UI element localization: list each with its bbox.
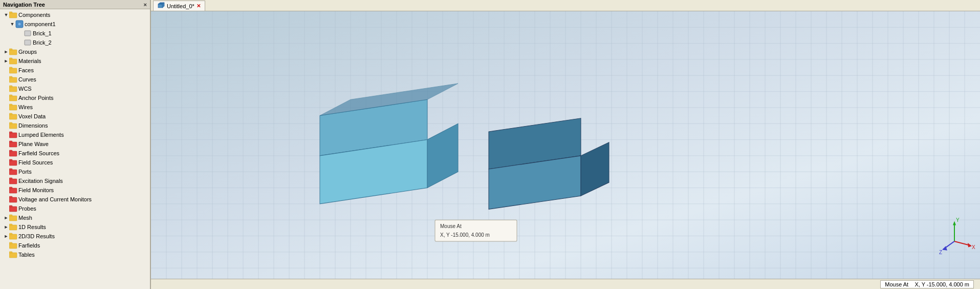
tree-item-farfields[interactable]: Farfields	[0, 241, 150, 250]
svg-rect-50	[9, 253, 17, 258]
red-folder-icon-planewave	[9, 140, 17, 148]
tree-item-mesh[interactable]: ► Mesh	[0, 213, 150, 222]
tree-item-field-monitors[interactable]: Field Monitors	[0, 185, 150, 195]
expand-icon-materials[interactable]: ►	[3, 58, 9, 64]
tree-item-component1[interactable]: ▼ component1	[0, 19, 150, 29]
label-field-monitors: Field Monitors	[18, 187, 54, 193]
main-layout: Navigation Tree × ▼ Components ▼ compon	[0, 0, 980, 289]
svg-rect-12	[9, 77, 17, 82]
viewport-3d[interactable]: Mouse At X, Y -15.000, 4.000 m Y X Z	[151, 11, 980, 279]
svg-rect-20	[9, 114, 17, 119]
svg-rect-28	[9, 151, 17, 156]
svg-rect-52	[158, 4, 163, 8]
tree-item-field-sources[interactable]: Field Sources	[0, 158, 150, 167]
tree-item-voxel[interactable]: Voxel Data	[0, 112, 150, 121]
label-brick1: Brick_1	[33, 30, 52, 36]
tree-item-wcs[interactable]: WCS	[0, 84, 150, 93]
tree-item-materials[interactable]: ► Materials	[0, 56, 150, 66]
tree-item-brick1[interactable]: Brick_1	[0, 29, 150, 38]
tree-item-results1d[interactable]: ► 1D Results	[0, 222, 150, 232]
label-lumped: Lumped Elements	[18, 132, 64, 138]
label-farfield-sources: Farfield Sources	[18, 150, 59, 156]
expand-icon-groups[interactable]: ►	[3, 49, 9, 55]
expand-icon-components[interactable]: ▼	[3, 12, 9, 18]
tree-item-anchor-points[interactable]: Anchor Points	[0, 93, 150, 102]
status-bar: Mouse At X, Y -15.000, 4.000 m	[151, 279, 980, 289]
svg-rect-44	[9, 225, 17, 230]
svg-rect-27	[9, 141, 12, 142]
tree-item-voltage-monitors[interactable]: Voltage and Current Monitors	[0, 195, 150, 204]
spacer-wcs	[3, 86, 9, 92]
svg-rect-10	[9, 68, 17, 73]
tree-item-probes[interactable]: Probes	[0, 204, 150, 213]
svg-rect-36	[9, 188, 17, 193]
svg-text:X: X	[972, 244, 975, 250]
folder-icon-tables	[9, 251, 17, 259]
spacer-faces	[3, 67, 9, 73]
tab-label: Untitled_0*	[167, 3, 194, 9]
svg-rect-23	[9, 122, 12, 124]
label-ports: Ports	[18, 169, 32, 175]
svg-rect-39	[9, 196, 12, 198]
viewport: Untitled_0* ✕	[151, 0, 980, 289]
tree-item-groups[interactable]: ► Groups	[0, 47, 150, 56]
label-mesh: Mesh	[18, 215, 32, 221]
tree-item-tables[interactable]: Tables	[0, 250, 150, 259]
brick-icon-2	[24, 38, 32, 47]
svg-rect-49	[9, 242, 12, 244]
tree-item-ports[interactable]: Ports	[0, 167, 150, 176]
tab-close-button[interactable]: ✕	[197, 3, 201, 9]
mouse-at-label: Mouse At	[885, 281, 908, 287]
nav-panel-close[interactable]: ×	[144, 2, 147, 8]
tab-untitled[interactable]: Untitled_0* ✕	[153, 1, 205, 11]
spacer-farfield-sources	[3, 150, 9, 156]
label-dimensions: Dimensions	[18, 122, 48, 129]
spacer-farfields	[3, 242, 9, 249]
tree-item-lumped[interactable]: Lumped Elements	[0, 130, 150, 139]
tree-item-curves[interactable]: Curves	[0, 75, 150, 84]
expand-icon-results1d[interactable]: ►	[3, 224, 9, 230]
label-planewave: Plane Wave	[18, 141, 49, 147]
red-folder-icon-excitation	[9, 177, 17, 185]
svg-text:Mouse At: Mouse At	[440, 223, 462, 229]
tree-item-brick2[interactable]: Brick_2	[0, 38, 150, 47]
tree-item-dimensions[interactable]: Dimensions	[0, 121, 150, 130]
svg-rect-21	[9, 113, 12, 115]
label-components: Components	[18, 12, 50, 18]
spacer-lumped	[3, 132, 9, 138]
svg-rect-9	[9, 58, 12, 59]
svg-rect-22	[9, 123, 17, 129]
svg-rect-32	[9, 170, 17, 175]
tree-item-components[interactable]: ▼ Components	[0, 10, 150, 19]
label-faces: Faces	[18, 67, 34, 73]
viewport-svg: Mouse At X, Y -15.000, 4.000 m Y X Z	[151, 11, 980, 279]
svg-rect-16	[9, 96, 17, 101]
svg-rect-51	[9, 252, 12, 253]
svg-rect-26	[9, 142, 17, 147]
expand-icon-results2d3d[interactable]: ►	[3, 233, 9, 239]
tree-item-farfield-sources[interactable]: Farfield Sources	[0, 149, 150, 158]
svg-rect-8	[9, 59, 17, 64]
tree-item-faces[interactable]: Faces	[0, 66, 150, 75]
red-folder-icon-field-sources	[9, 158, 17, 167]
expand-icon-mesh[interactable]: ►	[3, 215, 9, 221]
brick-icon-1	[24, 29, 32, 37]
tab-bar: Untitled_0* ✕	[151, 0, 980, 11]
svg-rect-18	[9, 105, 17, 110]
nav-tree[interactable]: ▼ Components ▼ component1	[0, 9, 150, 289]
svg-rect-47	[9, 233, 12, 235]
spacer-voxel	[3, 113, 9, 119]
nav-panel-title: Navigation Tree	[3, 2, 45, 8]
expand-icon-component1[interactable]: ▼	[9, 21, 15, 27]
folder-icon-groups	[9, 48, 17, 56]
tree-item-excitation[interactable]: Excitation Signals	[0, 176, 150, 185]
label-materials: Materials	[18, 58, 41, 64]
svg-text:X, Y  -15.000,   4.000 m: X, Y -15.000, 4.000 m	[440, 232, 490, 237]
folder-icon-dimensions	[9, 121, 17, 130]
tree-item-planewave[interactable]: Plane Wave	[0, 139, 150, 149]
tree-item-wires[interactable]: Wires	[0, 102, 150, 112]
label-groups: Groups	[18, 49, 37, 55]
tree-item-results2d3d[interactable]: ► 2D/3D Results	[0, 232, 150, 241]
red-folder-icon-field-monitors	[9, 186, 17, 194]
mouse-coords: X, Y -15.000, 4.000 m	[914, 281, 969, 287]
